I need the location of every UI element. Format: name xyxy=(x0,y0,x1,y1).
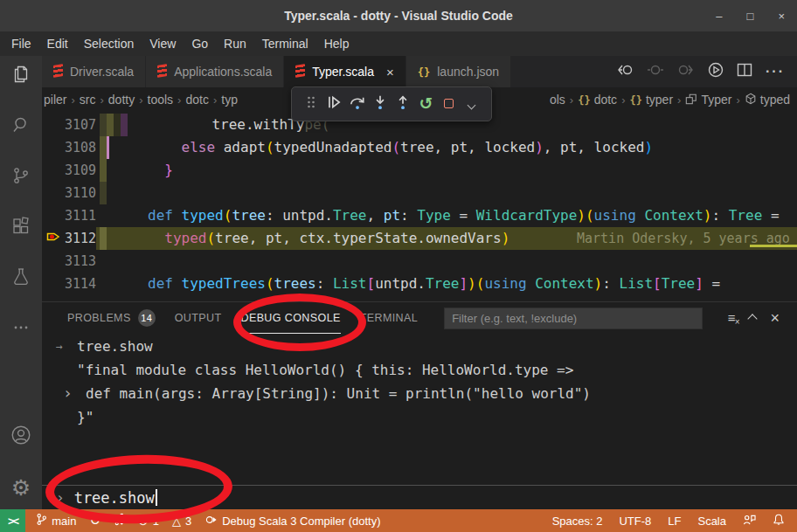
activitybar-testing[interactable] xyxy=(9,267,33,290)
braces-icon: {} xyxy=(629,93,641,107)
nav-forward-icon[interactable] xyxy=(677,63,695,80)
breadcrumb-item-dotty[interactable]: dotty xyxy=(108,93,135,107)
menu-go[interactable]: Go xyxy=(184,35,216,52)
nav-current-icon[interactable] xyxy=(647,63,664,80)
menu-terminal[interactable]: Terminal xyxy=(254,35,316,52)
remote-indicator[interactable]: >< xyxy=(0,509,25,532)
line-number: 3110 xyxy=(65,182,96,204)
close-panel-button[interactable]: × xyxy=(770,310,780,327)
activitybar-extensions[interactable] xyxy=(9,217,33,239)
breadcrumb-item-ols[interactable]: ols xyxy=(550,93,565,107)
status-lf[interactable]: LF xyxy=(668,515,681,528)
panel-tab-label: DEBUG CONSOLE xyxy=(240,312,340,324)
breakpoint-gutter[interactable] xyxy=(42,159,65,182)
panel-header: PROBLEMS14OUTPUTDEBUG CONSOLETERMINAL ≡×… xyxy=(42,302,797,334)
breadcrumb-separator: › xyxy=(736,93,739,107)
activitybar-settings[interactable]: ⚙ xyxy=(9,476,33,499)
breakpoint-gutter[interactable] xyxy=(42,136,65,159)
breadcrumb-item-typer[interactable]: Typer xyxy=(685,93,731,107)
breakpoint-gutter[interactable] xyxy=(42,273,65,295)
breadcrumb-item-src[interactable]: src xyxy=(80,93,96,107)
breadcrumb-separator: › xyxy=(677,93,681,107)
source-control-icon xyxy=(10,165,31,190)
step-over-button[interactable] xyxy=(347,92,368,116)
status-sync[interactable]: ↻ xyxy=(89,514,100,528)
continue-button[interactable] xyxy=(323,92,344,116)
breakpoint-gutter[interactable] xyxy=(42,114,65,136)
status-right: Spaces: 2UTF-8LFScala xyxy=(552,513,797,529)
close-button[interactable]: × xyxy=(778,10,785,23)
status-spaces-2[interactable]: Spaces: 2 xyxy=(552,515,603,528)
activitybar-source-control[interactable] xyxy=(9,166,33,189)
stop-button[interactable] xyxy=(439,92,460,116)
activitybar-account[interactable] xyxy=(9,425,33,448)
console-input-value[interactable]: tree.show xyxy=(74,489,155,507)
menu-help[interactable]: Help xyxy=(316,35,357,52)
maximize-button[interactable]: □ xyxy=(747,10,754,23)
breadcrumb-item-piler[interactable]: piler xyxy=(44,93,66,107)
debug-console-input-row[interactable]: › tree.show xyxy=(42,485,797,509)
menu-file[interactable]: File xyxy=(3,35,39,52)
breadcrumb-item-dotc[interactable]: {}dotc xyxy=(578,93,617,107)
minimize-button[interactable]: – xyxy=(716,10,722,23)
menu-edit[interactable]: Edit xyxy=(39,35,76,52)
status-feedback[interactable] xyxy=(743,514,756,529)
breadcrumb-item-typ[interactable]: typ xyxy=(221,93,238,107)
panel-tab-output[interactable]: OUTPUT xyxy=(175,302,222,334)
status-utf-8[interactable]: UTF-8 xyxy=(619,515,651,528)
status-debug-scala-3-compiler-dotty[interactable]: Debug Scala 3 Compiler (dotty) xyxy=(204,514,380,529)
tab-driver-scala[interactable]: Driver.scala xyxy=(42,56,146,87)
activitybar-explorer[interactable] xyxy=(9,65,33,87)
tab-launch-json[interactable]: {}launch.json xyxy=(406,56,511,87)
code-token: typedUnadapted xyxy=(274,139,392,155)
split-editor-icon[interactable] xyxy=(737,63,752,80)
explorer-icon xyxy=(10,64,31,88)
code-token: tree, pt, locked xyxy=(400,139,535,155)
line-number: 3107 xyxy=(65,114,96,136)
code-token: Context xyxy=(644,207,703,224)
status-3[interactable]: △3 xyxy=(172,515,191,528)
run-circle-icon[interactable] xyxy=(708,62,724,81)
breakpoint-gutter[interactable] xyxy=(42,204,65,227)
activitybar-search[interactable] xyxy=(9,115,33,138)
more-actions-icon[interactable]: ··· xyxy=(766,64,785,79)
panel-tab-problems[interactable]: PROBLEMS14 xyxy=(67,302,156,334)
tab-applications-scala[interactable]: Applications.scala xyxy=(146,56,284,87)
close-icon[interactable]: × xyxy=(386,65,394,79)
breakpoint-gutter[interactable] xyxy=(42,227,65,250)
menu-run[interactable]: Run xyxy=(216,35,254,52)
console-filter-input[interactable] xyxy=(444,307,703,329)
panel-tab-debug-console[interactable]: DEBUG CONSOLE xyxy=(240,302,340,334)
tab-typer-scala[interactable]: Typer.scala× xyxy=(284,56,406,87)
dropdown-button[interactable] xyxy=(461,92,482,116)
activitybar-more[interactable] xyxy=(9,318,33,341)
maximize-panel-button[interactable] xyxy=(749,310,756,326)
step-out-button[interactable] xyxy=(392,92,413,116)
console-arrow-icon: → xyxy=(56,335,63,358)
code-token: Context xyxy=(535,275,593,292)
breadcrumb-item-typed[interactable]: typed xyxy=(745,93,790,107)
breadcrumb-item-tools[interactable]: tools xyxy=(148,93,174,107)
status-1[interactable]: ⊗1 xyxy=(138,515,159,528)
step-into-button[interactable] xyxy=(370,92,391,116)
menu-view[interactable]: View xyxy=(142,35,184,52)
breadcrumb-item-dotc[interactable]: dotc xyxy=(185,93,208,107)
restart-button[interactable]: ↺ xyxy=(415,92,436,116)
breakpoint-gutter[interactable] xyxy=(42,182,65,204)
status-left: main↻⊗1△3Debug Scala 3 Compiler (dotty) xyxy=(36,513,380,529)
breadcrumb-item-typer[interactable]: {}typer xyxy=(629,93,673,107)
status-bell[interactable] xyxy=(773,513,785,529)
breadcrumb-separator: › xyxy=(177,93,181,107)
status-main[interactable]: main xyxy=(36,513,76,529)
breakpoint-gutter[interactable] xyxy=(42,250,65,273)
menu-selection[interactable]: Selection xyxy=(76,35,142,52)
code-token: )( xyxy=(468,275,484,292)
clear-console-button[interactable]: ≡× xyxy=(728,310,736,326)
status-compare[interactable] xyxy=(114,513,125,529)
code-editor[interactable]: 3107 tree.withType(3108 else adapt(typed… xyxy=(42,112,797,301)
console-chevron-icon[interactable]: › xyxy=(63,381,73,404)
panel-tab-terminal[interactable]: TERMINAL xyxy=(360,302,418,334)
status-scala[interactable]: Scala xyxy=(697,515,726,528)
nav-back-icon[interactable] xyxy=(616,63,634,80)
code-line-3109: 3109 } xyxy=(42,159,797,182)
